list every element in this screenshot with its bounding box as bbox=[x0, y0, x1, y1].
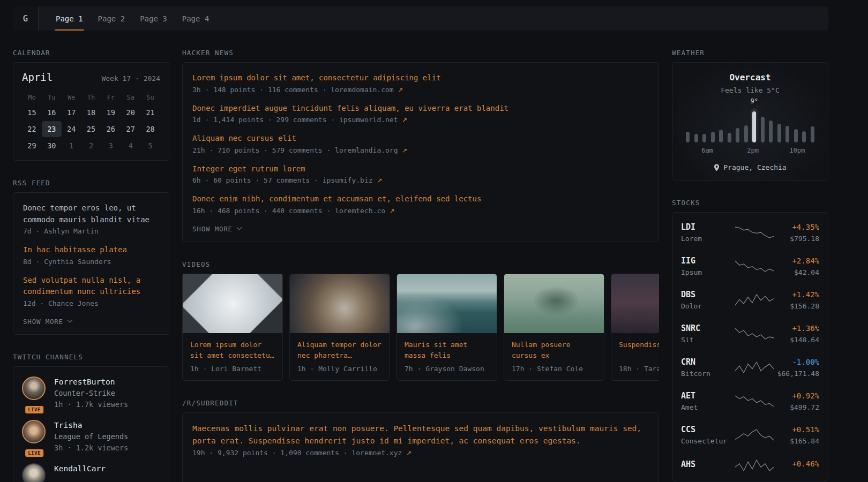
stock-price: $148.64 bbox=[790, 336, 819, 344]
calendar-widget: April Week 17 · 2024 MoTuWeThFrSaSu 1516… bbox=[13, 62, 169, 161]
video-card[interactable]: Suspendisse diam18h · Tara bbox=[611, 274, 659, 381]
stock-ticker[interactable]: LDI bbox=[681, 222, 735, 232]
stock-change: +4.35% bbox=[792, 223, 819, 232]
video-thumbnail[interactable] bbox=[397, 274, 497, 333]
video-card[interactable]: Aliquam tempor dolor nec pharetra…1h · M… bbox=[289, 274, 390, 381]
stock-id: DBSDolor bbox=[681, 290, 735, 310]
video-thumbnail[interactable] bbox=[290, 274, 390, 333]
stock-ticker[interactable]: CCS bbox=[681, 425, 735, 434]
section-label-stocks: STOCKS bbox=[672, 199, 828, 207]
external-link-icon: ↗ bbox=[402, 147, 407, 154]
rss-item-title[interactable]: In hac habitasse platea bbox=[23, 244, 159, 256]
stock-sparkline-chart bbox=[735, 293, 774, 307]
weather-location-row: Prague, Czechia bbox=[681, 163, 819, 171]
channel-info: TrishaLeague of Legends3h · 1.2k viewers bbox=[54, 420, 128, 454]
stock-values: +0.51%$165.84 bbox=[774, 425, 819, 445]
hn-item-title[interactable]: Integer eget rutrum lorem bbox=[192, 163, 649, 175]
section-label-subreddit: /R/SUBREDDIT bbox=[182, 399, 659, 407]
rss-show-more-button[interactable]: SHOW MORE bbox=[23, 318, 72, 326]
weather-time-label: 6am bbox=[701, 147, 713, 154]
tab-page-3[interactable]: Page 3 bbox=[132, 6, 175, 31]
stock-ticker[interactable]: DBS bbox=[681, 290, 735, 299]
video-title[interactable]: Suspendisse diam bbox=[619, 340, 659, 361]
stock-values: +0.92%$499.72 bbox=[774, 391, 819, 411]
hn-source-link[interactable]: ipsumify.biz ↗ bbox=[323, 176, 383, 184]
weather-bar-column bbox=[726, 108, 733, 142]
channel-game: League of Legends bbox=[54, 431, 128, 442]
weather-peak-temp: 9° bbox=[751, 97, 758, 105]
tab-page-4[interactable]: Page 4 bbox=[175, 6, 217, 31]
subreddit-list: Maecenas mollis pulvinar erat non posuer… bbox=[192, 423, 649, 457]
channel-avatar bbox=[22, 463, 46, 482]
rss-item-title[interactable]: Donec tempor eros leo, ut commodo mauris… bbox=[23, 202, 159, 225]
hn-source-link[interactable]: loremtech.co ↗ bbox=[335, 207, 395, 215]
video-card[interactable]: Nullam posuere cursus ex17h · Stefan Col… bbox=[504, 274, 604, 381]
hackernews-show-more-button[interactable]: SHOW MORE bbox=[192, 225, 241, 233]
video-card-body: Aliquam tempor dolor nec pharetra…1h · M… bbox=[290, 333, 390, 380]
subreddit-item-title[interactable]: Maecenas mollis pulvinar erat non posuer… bbox=[192, 423, 649, 447]
live-badge: LIVE bbox=[25, 406, 43, 413]
stock-row: AETAmet+0.92%$499.72 bbox=[681, 391, 819, 411]
video-title[interactable]: Mauris sit amet massa felis bbox=[405, 340, 489, 361]
rss-section: RSS FEED Donec tempor eros leo, ut commo… bbox=[13, 179, 169, 335]
video-thumbnail[interactable] bbox=[611, 274, 659, 333]
stock-sparkline bbox=[735, 327, 774, 341]
stock-ticker[interactable]: SNRC bbox=[681, 323, 735, 333]
weather-bar-column bbox=[743, 108, 750, 142]
channel-name[interactable]: Trisha bbox=[54, 420, 128, 431]
hn-item-meta: 6h · 60 points · 57 comments · ipsumify.… bbox=[192, 176, 649, 184]
calendar-day: 3 bbox=[101, 138, 121, 154]
stock-ticker[interactable]: AHS bbox=[681, 460, 735, 469]
hn-item-title[interactable]: Lorem ipsum dolor sit amet, consectetur … bbox=[192, 72, 649, 84]
weather-bar bbox=[736, 128, 739, 142]
tab-page-1[interactable]: Page 1 bbox=[48, 6, 91, 31]
rss-item-meta: 8d · Cynthia Saunders bbox=[23, 258, 159, 266]
video-thumbnail[interactable] bbox=[183, 274, 282, 333]
external-link-icon: ↗ bbox=[402, 116, 407, 124]
hackernews-widget: Lorem ipsum dolor sit amet, consectetur … bbox=[182, 62, 659, 242]
location-pin-icon bbox=[714, 164, 720, 171]
channel-name[interactable]: KendallCarr bbox=[54, 463, 106, 475]
stock-sparkline-chart bbox=[735, 259, 774, 273]
video-card-body: Lorem ipsum dolor sit amet consectetu…1h… bbox=[183, 333, 282, 380]
hn-source-link[interactable]: loremlandia.org ↗ bbox=[335, 146, 407, 154]
stock-values: +4.35%$795.18 bbox=[774, 223, 819, 243]
video-card[interactable]: Mauris sit amet massa felis7h · Grayson … bbox=[396, 274, 497, 381]
calendar-day: 26 bbox=[101, 121, 121, 137]
subreddit-source-link[interactable]: loremnet.xyz ↗ bbox=[351, 449, 411, 457]
hn-item: Donec imperdiet augue tincidunt felis al… bbox=[192, 103, 649, 124]
rss-item-title[interactable]: Sed volutpat nulla nisl, a condimentum n… bbox=[23, 275, 159, 298]
weather-bar-column bbox=[767, 108, 774, 142]
video-title[interactable]: Nullam posuere cursus ex bbox=[512, 340, 596, 361]
hn-item-title[interactable]: Donec imperdiet augue tincidunt felis al… bbox=[192, 103, 649, 115]
hn-item-title[interactable]: Donec enim nibh, condimentum et accumsan… bbox=[192, 193, 649, 205]
external-link-icon: ↗ bbox=[390, 207, 395, 215]
stock-sparkline-chart bbox=[735, 360, 774, 374]
stock-ticker[interactable]: IIG bbox=[681, 256, 735, 266]
twitch-channel: LIVETrishaLeague of Legends3h · 1.2k vie… bbox=[22, 420, 160, 454]
tab-page-2[interactable]: Page 2 bbox=[91, 6, 133, 31]
video-title[interactable]: Aliquam tempor dolor nec pharetra… bbox=[297, 340, 382, 361]
stock-row: SNRCSit+1.36%$148.64 bbox=[681, 323, 819, 344]
hn-source-link[interactable]: loremdomain.com ↗ bbox=[331, 86, 403, 94]
video-card[interactable]: Lorem ipsum dolor sit amet consectetu…1h… bbox=[182, 274, 283, 381]
stock-sparkline-chart bbox=[735, 327, 774, 341]
hn-source-link[interactable]: ipsumworld.net ↗ bbox=[339, 116, 407, 124]
rss-item-meta: 7d · Ashlyn Martin bbox=[23, 227, 159, 235]
video-thumbnail[interactable] bbox=[504, 274, 604, 333]
stock-price: $795.18 bbox=[790, 235, 819, 243]
stock-values: +1.36%$148.64 bbox=[774, 324, 819, 344]
stock-ticker[interactable]: CRN bbox=[681, 357, 735, 367]
stock-change: +1.36% bbox=[792, 324, 819, 333]
hn-item-title[interactable]: Aliquam nec cursus elit bbox=[192, 133, 649, 145]
show-more-label: SHOW MORE bbox=[192, 225, 233, 233]
calendar-day: 22 bbox=[22, 121, 42, 137]
stock-name: Bitcorn bbox=[681, 370, 735, 378]
weather-bar-column bbox=[776, 108, 783, 142]
channel-name[interactable]: ForrestBurton bbox=[54, 376, 128, 388]
video-title[interactable]: Lorem ipsum dolor sit amet consectetu… bbox=[190, 340, 275, 361]
left-column: CALENDAR April Week 17 · 2024 MoTuWeThFr… bbox=[13, 49, 169, 482]
stock-ticker[interactable]: AET bbox=[681, 391, 735, 401]
stock-sparkline-chart bbox=[735, 458, 774, 472]
hn-item: Donec enim nibh, condimentum et accumsan… bbox=[192, 193, 649, 215]
